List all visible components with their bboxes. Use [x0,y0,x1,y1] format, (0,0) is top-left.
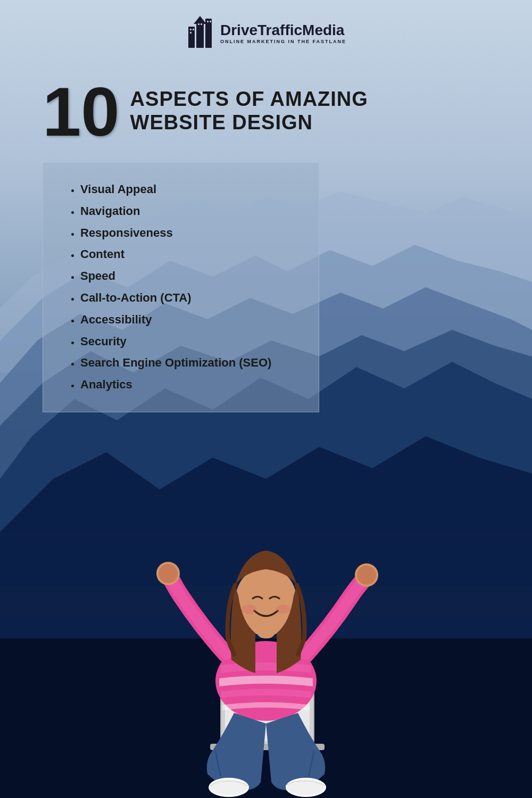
list-item: Call-to-Action (CTA) [80,287,297,309]
svg-rect-4 [205,19,212,48]
title-line1: ASPECTS OF AMAZING [130,88,368,111]
person-figure [128,489,404,798]
svg-rect-10 [201,23,202,25]
list-item: Visual Appeal [80,179,297,201]
svg-rect-11 [207,21,209,22]
aspects-list: Visual Appeal Navigation Responsiveness … [70,179,297,396]
list-item: Content [80,244,297,265]
list-item: Analytics [80,374,297,396]
list-item: Search Engine Optimization (SEO) [80,352,297,374]
logo-text: DriveTrafficMedia ONLINE MARKETING IN TH… [220,22,346,44]
svg-point-24 [276,604,290,614]
title-line2: WEBSITE DESIGN [130,111,368,135]
list-item: Responsiveness [80,222,297,244]
list-box: Visual Appeal Navigation Responsiveness … [43,162,319,412]
svg-rect-7 [193,29,194,30]
svg-rect-9 [198,23,200,25]
main-content: 10 ASPECTS OF AMAZING WEBSITE DESIGN Vis… [0,61,532,412]
logo-brand-name: DriveTrafficMedia [220,22,346,39]
title-text: ASPECTS OF AMAZING WEBSITE DESIGN [130,77,368,134]
svg-point-20 [357,566,376,585]
svg-rect-3 [196,21,204,48]
svg-rect-12 [210,21,211,22]
list-item: Navigation [80,201,297,222]
svg-rect-6 [190,29,192,30]
svg-point-26 [210,779,247,795]
svg-point-18 [159,564,178,583]
list-item: Accessibility [80,309,297,331]
header: DriveTrafficMedia ONLINE MARKETING IN TH… [0,0,532,61]
logo-icon [186,16,215,51]
list-item: Speed [80,265,297,287]
logo-container: DriveTrafficMedia ONLINE MARKETING IN TH… [186,16,346,51]
big-number: 10 [43,77,120,146]
logo-tagline: ONLINE MARKETING IN THE FASTLANE [220,39,346,44]
list-item: Security [80,331,297,353]
svg-rect-8 [190,32,192,34]
title-section: 10 ASPECTS OF AMAZING WEBSITE DESIGN [43,77,500,146]
svg-point-23 [242,604,256,614]
